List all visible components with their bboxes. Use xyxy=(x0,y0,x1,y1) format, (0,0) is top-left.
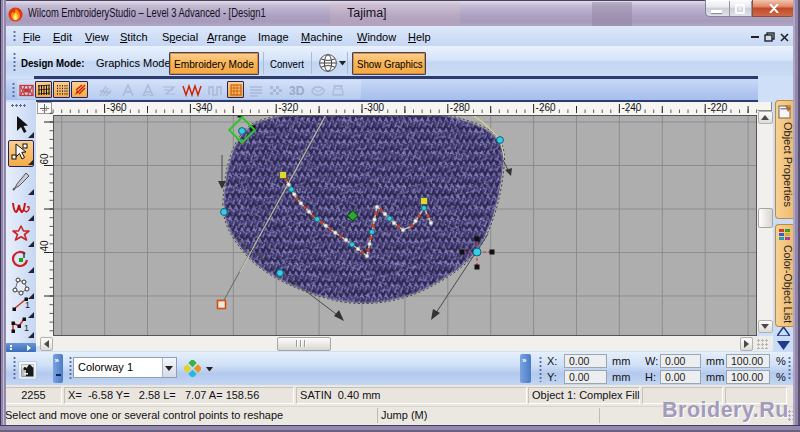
svg-text:60: 60 xyxy=(39,153,50,165)
svg-text:-340: -340 xyxy=(192,102,212,113)
svg-text:-300: -300 xyxy=(364,102,384,113)
svg-text:-260: -260 xyxy=(536,102,556,113)
svg-text:-220: -220 xyxy=(707,102,727,113)
svg-text:-360: -360 xyxy=(107,102,127,113)
svg-text:-280: -280 xyxy=(450,102,470,113)
svg-text:40: 40 xyxy=(39,240,50,252)
svg-text:-240: -240 xyxy=(621,102,641,113)
svg-text:-320: -320 xyxy=(278,102,298,113)
